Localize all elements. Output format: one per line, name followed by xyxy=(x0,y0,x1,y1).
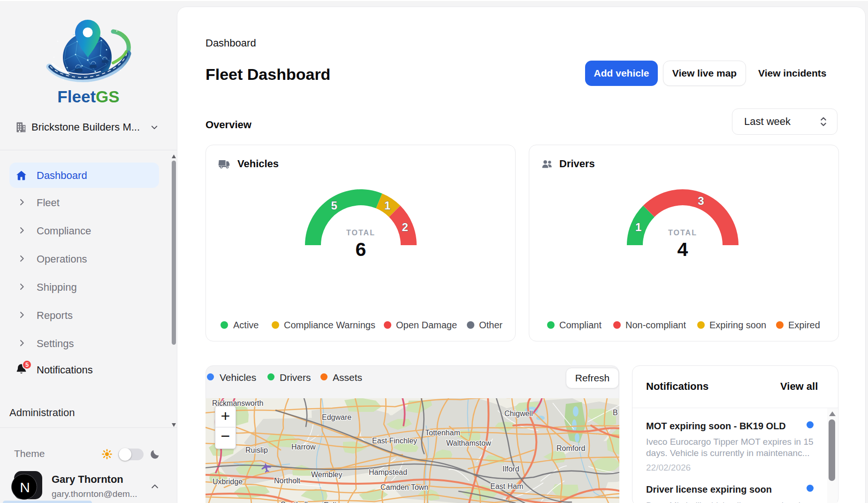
svg-text:Edgware: Edgware xyxy=(322,413,351,421)
svg-text:Ealing: Ealing xyxy=(324,501,344,503)
svg-text:Uxbridge: Uxbridge xyxy=(213,478,243,486)
svg-text:B: B xyxy=(613,409,618,417)
svg-text:East Finchley: East Finchley xyxy=(372,437,417,445)
svg-text:Walthamstow: Walthamstow xyxy=(446,439,491,447)
svg-text:Northolt: Northolt xyxy=(274,477,301,485)
svg-text:3: 3 xyxy=(698,194,704,207)
svg-text:Harrow: Harrow xyxy=(291,443,316,451)
svg-text:Hampstead: Hampstead xyxy=(369,468,407,476)
svg-text:Camden Town: Camden Town xyxy=(381,483,428,491)
svg-text:Southall: Southall xyxy=(281,501,308,503)
svg-text:Wembley: Wembley xyxy=(311,471,342,479)
svg-text:Tottenham: Tottenham xyxy=(425,429,460,437)
svg-text:Ilford: Ilford xyxy=(503,465,519,473)
svg-text:5: 5 xyxy=(331,199,337,212)
svg-text:Romford: Romford xyxy=(556,444,585,452)
svg-text:1: 1 xyxy=(384,199,390,212)
svg-text:East Ham: East Ham xyxy=(490,482,523,490)
svg-text:Ruislip: Ruislip xyxy=(245,446,268,454)
svg-text:Chigwell: Chigwell xyxy=(504,410,533,418)
